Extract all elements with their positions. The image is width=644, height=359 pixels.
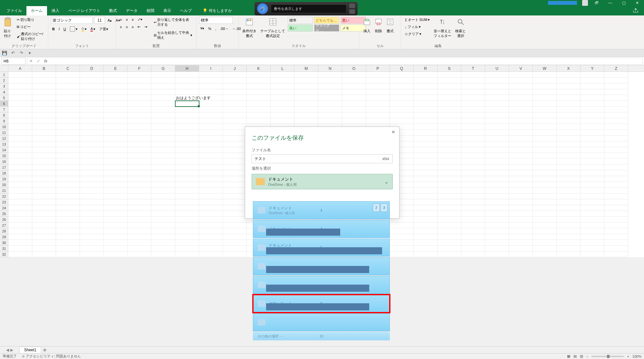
cell-A10[interactable] xyxy=(8,124,32,130)
col-header-D[interactable]: D xyxy=(80,65,104,71)
cell-J25[interactable] xyxy=(223,211,247,217)
cell-D27[interactable] xyxy=(80,222,104,228)
cell-I22[interactable] xyxy=(199,194,223,199)
view-normal-icon[interactable]: ▦ xyxy=(567,354,570,358)
cell-P1[interactable] xyxy=(366,72,390,78)
cell-B20[interactable] xyxy=(32,182,56,188)
cell-H2[interactable] xyxy=(175,78,199,83)
cell-A27[interactable] xyxy=(8,222,32,228)
cell-J27[interactable] xyxy=(223,222,247,228)
cell-X20[interactable] xyxy=(557,182,581,188)
cell-P9[interactable] xyxy=(366,118,390,124)
cell-B32[interactable] xyxy=(32,251,56,257)
cell-E1[interactable] xyxy=(104,72,128,78)
cell-C7[interactable] xyxy=(56,107,80,112)
cell-H25[interactable] xyxy=(175,211,199,217)
cell-U31[interactable] xyxy=(485,246,509,251)
cell-X13[interactable] xyxy=(557,141,581,147)
cell-U21[interactable] xyxy=(485,188,509,194)
row-header-23[interactable]: 23 xyxy=(0,199,8,205)
cell-T14[interactable] xyxy=(461,147,485,153)
cell-X27[interactable] xyxy=(557,222,581,228)
cell-G25[interactable] xyxy=(151,211,175,217)
cell-G7[interactable] xyxy=(151,107,175,112)
col-header-A[interactable]: A xyxy=(8,65,32,71)
cell-F30[interactable] xyxy=(128,240,151,246)
cell-V25[interactable] xyxy=(509,211,533,217)
cell-R26[interactable] xyxy=(414,217,437,222)
cell-A5[interactable] xyxy=(8,95,32,101)
cell-C23[interactable] xyxy=(56,199,80,205)
cell-L4[interactable] xyxy=(271,89,294,95)
cell-F10[interactable] xyxy=(128,124,151,130)
cell-J13[interactable] xyxy=(223,141,247,147)
cell-Q27[interactable] xyxy=(390,222,414,228)
cell-A15[interactable] xyxy=(8,153,32,159)
cell-X21[interactable] xyxy=(557,188,581,194)
cell-S12[interactable] xyxy=(437,136,461,141)
cell-C2[interactable] xyxy=(56,78,80,83)
cell-J26[interactable] xyxy=(223,217,247,222)
cell-Y16[interactable] xyxy=(581,159,604,165)
voice-minimize-icon[interactable] xyxy=(349,9,355,14)
cell-D12[interactable] xyxy=(80,136,104,141)
cell-S1[interactable] xyxy=(437,72,461,78)
cell-T15[interactable] xyxy=(461,153,485,159)
cell-Y29[interactable] xyxy=(581,234,604,240)
cell-K5[interactable] xyxy=(247,95,271,101)
cell-S9[interactable] xyxy=(437,118,461,124)
cell-S28[interactable] xyxy=(437,228,461,234)
cell-X15[interactable] xyxy=(557,153,581,159)
cell-X8[interactable] xyxy=(557,112,581,118)
cell-N5[interactable] xyxy=(318,95,342,101)
cell-S10[interactable] xyxy=(437,124,461,130)
cell-C8[interactable] xyxy=(56,112,80,118)
cell-I6[interactable] xyxy=(199,101,223,107)
cell-S24[interactable] xyxy=(437,205,461,211)
cell-G6[interactable] xyxy=(151,101,175,107)
cell-T21[interactable] xyxy=(461,188,485,194)
cell-Z14[interactable] xyxy=(604,147,628,153)
cell-H27[interactable] xyxy=(175,222,199,228)
cell-L2[interactable] xyxy=(271,78,294,83)
col-header-Z[interactable]: Z xyxy=(604,65,628,71)
cell-W11[interactable] xyxy=(533,130,557,136)
style-check[interactable]: チェック セ… xyxy=(314,24,339,32)
col-header-E[interactable]: E xyxy=(104,65,128,71)
cell-E13[interactable] xyxy=(104,141,128,147)
cell-V5[interactable] xyxy=(509,95,533,101)
sheet-tab-1[interactable]: Sheet1 xyxy=(19,347,41,353)
cell-B6[interactable] xyxy=(32,101,56,107)
col-header-V[interactable]: V xyxy=(509,65,533,71)
cell-A17[interactable] xyxy=(8,165,32,170)
cell-R25[interactable] xyxy=(414,211,437,217)
cell-B17[interactable] xyxy=(32,165,56,170)
cell-T24[interactable] xyxy=(461,205,485,211)
cell-H15[interactable] xyxy=(175,153,199,159)
row-header-9[interactable]: 9 xyxy=(0,118,8,124)
cell-H5[interactable]: おはようございます xyxy=(175,95,199,101)
cell-F13[interactable] xyxy=(128,141,151,147)
cell-H23[interactable] xyxy=(175,199,199,205)
cell-S13[interactable] xyxy=(437,141,461,147)
cell-X2[interactable] xyxy=(557,78,581,83)
row-header-2[interactable]: 2 xyxy=(0,78,8,83)
cell-F7[interactable] xyxy=(128,107,151,112)
cell-C9[interactable] xyxy=(56,118,80,124)
cell-Y14[interactable] xyxy=(581,147,604,153)
cell-R24[interactable] xyxy=(414,205,437,211)
cell-R22[interactable] xyxy=(414,194,437,199)
cell-M9[interactable] xyxy=(294,118,318,124)
cell-E10[interactable] xyxy=(104,124,128,130)
save-icon[interactable]: 💾 xyxy=(2,51,7,56)
cell-D25[interactable] xyxy=(80,211,104,217)
cell-N4[interactable] xyxy=(318,89,342,95)
cell-I4[interactable] xyxy=(199,89,223,95)
cell-E14[interactable] xyxy=(104,147,128,153)
cell-A8[interactable] xyxy=(8,112,32,118)
cell-D18[interactable] xyxy=(80,170,104,176)
cell-H9[interactable] xyxy=(175,118,199,124)
cell-U6[interactable] xyxy=(485,101,509,107)
cell-W29[interactable] xyxy=(533,234,557,240)
tab-home[interactable]: ホーム xyxy=(26,6,47,15)
